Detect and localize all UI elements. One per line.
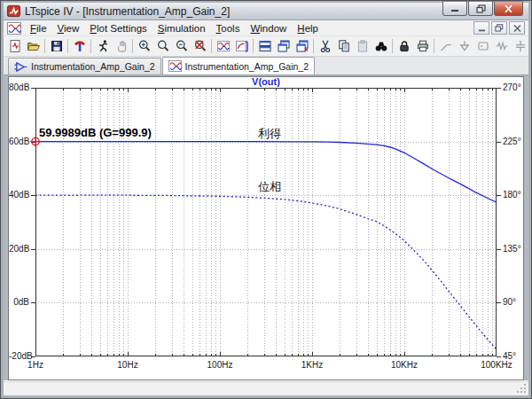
mdi-close-button[interactable] <box>509 21 525 35</box>
toolbar-separator <box>132 39 133 53</box>
tab-label: Instrumentation_Amp_Gain_2 <box>185 61 309 72</box>
lock-button[interactable] <box>395 37 413 55</box>
menu-help[interactable]: Help <box>292 22 324 35</box>
find-icon <box>374 39 388 53</box>
menu-view[interactable]: View <box>52 22 85 35</box>
zoom-full-extents-button[interactable] <box>191 37 209 55</box>
capacitor-icon <box>513 39 528 53</box>
x-tick-label: 10KHz <box>378 360 431 370</box>
menubar: File View Plot Settings Simulation Tools… <box>4 20 528 36</box>
save-icon <box>50 39 64 53</box>
x-tick-label: 100KHz <box>470 360 523 370</box>
print-icon <box>416 39 430 53</box>
waveform-icon <box>168 60 182 72</box>
toolbar-separator <box>313 39 314 53</box>
capacitor-tool-button[interactable] <box>511 37 528 55</box>
mdi-buttons <box>472 21 525 35</box>
toolbar <box>4 36 528 57</box>
zoom-out-icon <box>175 39 189 53</box>
zoom-area-button[interactable] <box>153 37 172 55</box>
cut-button[interactable] <box>316 37 334 55</box>
menu-window[interactable]: Window <box>245 22 292 35</box>
control-panel-button[interactable] <box>70 37 89 55</box>
cascade-windows-button[interactable] <box>293 37 311 55</box>
wire-icon <box>439 39 453 53</box>
series-label-gain: 利得 <box>258 126 281 142</box>
plot-frame: 80dB60dB40dB20dB0dB-20dB270°225°180°135°… <box>4 75 528 380</box>
trace-phase <box>35 195 497 349</box>
tile-horizontal-button[interactable] <box>255 37 274 55</box>
control-panel-hammer-icon <box>73 39 87 53</box>
chart-canvas[interactable] <box>9 77 523 379</box>
y-left-tick-label: 60dB <box>9 137 29 146</box>
close-icon <box>504 4 513 13</box>
halt-button[interactable] <box>112 37 130 55</box>
series-label-phase: 位相 <box>258 179 281 195</box>
tile-vertical-icon <box>277 39 291 53</box>
plot-settings-button[interactable] <box>232 37 251 55</box>
y-left-tick-label: 0dB <box>9 297 29 307</box>
y-right-tick-label: 180° <box>503 190 521 200</box>
statusbar <box>4 380 528 395</box>
mdi-restore-button[interactable] <box>491 21 507 35</box>
copy-button[interactable] <box>334 37 353 55</box>
minimize-icon <box>450 4 459 12</box>
mdi-restore-icon <box>495 24 504 32</box>
zoom-out-button[interactable] <box>172 37 191 55</box>
tab-schematic[interactable]: Instrumentation_Amp_Gain_2 <box>8 58 161 74</box>
menu-plot-settings[interactable]: Plot Settings <box>84 22 153 35</box>
y-left-tick-label: 80dB <box>9 82 29 92</box>
toolbar-separator <box>392 39 393 53</box>
waveform-window-icon <box>7 22 21 35</box>
tile-vertical-button[interactable] <box>274 37 293 55</box>
y-right-tick-label: 90° <box>503 297 516 307</box>
y-right-tick-label: 135° <box>503 244 521 254</box>
open-button[interactable] <box>24 37 43 55</box>
save-button[interactable] <box>47 37 66 55</box>
copy-icon <box>337 39 351 53</box>
resize-grip[interactable] <box>516 383 527 394</box>
lock-icon <box>397 39 411 53</box>
tile-horizontal-icon <box>258 39 272 53</box>
autorange-button[interactable] <box>214 37 232 55</box>
menu-file[interactable]: File <box>25 22 52 35</box>
waveform-plot[interactable]: 80dB60dB40dB20dB0dB-20dB270°225°180°135°… <box>8 76 524 380</box>
plot-title-vout: V(out) <box>231 76 301 87</box>
halt-icon <box>114 39 129 53</box>
menu-tools[interactable]: Tools <box>211 22 246 35</box>
tabbar: Instrumentation_Amp_Gain_2 Instrumentati… <box>4 57 528 75</box>
close-button[interactable] <box>494 1 523 16</box>
toolbar-separator <box>211 39 212 53</box>
cascade-windows-icon <box>295 39 309 53</box>
window-title: LTspice IV - [Instrumentation_Amp_Gain_2… <box>25 5 230 18</box>
mdi-minimize-button[interactable] <box>473 21 489 35</box>
zoom-in-icon <box>137 39 152 53</box>
ground-tool-button[interactable] <box>455 37 473 55</box>
zoom-full-extents-icon <box>193 39 207 53</box>
run-icon <box>96 39 110 53</box>
net-label-tool-button[interactable] <box>473 37 492 55</box>
ltspice-window: LTspice IV - [Instrumentation_Amp_Gain_2… <box>0 0 532 399</box>
titlebar: LTspice IV - [Instrumentation_Amp_Gain_2… <box>4 3 528 20</box>
paste-button[interactable] <box>353 37 372 55</box>
toolbar-separator <box>253 39 254 53</box>
resistor-tool-button[interactable] <box>492 37 511 55</box>
zoom-in-button[interactable] <box>135 37 153 55</box>
y-right-tick-label: 225° <box>503 137 521 146</box>
autorange-icon <box>216 39 231 53</box>
restore-button[interactable] <box>468 1 493 16</box>
plot-settings-icon <box>235 39 249 53</box>
print-button[interactable] <box>413 37 432 55</box>
toolbar-separator <box>434 39 434 53</box>
tab-waveform-active[interactable]: Instrumentation_Amp_Gain_2 <box>162 57 316 74</box>
find-button[interactable] <box>372 37 390 55</box>
new-schematic-icon <box>8 39 22 53</box>
y-right-tick-label: 270° <box>503 82 521 92</box>
minimize-button[interactable] <box>442 1 467 16</box>
new-schematic-button[interactable] <box>5 37 24 55</box>
paste-icon <box>356 39 370 53</box>
run-button[interactable] <box>93 37 112 55</box>
menu-simulation[interactable]: Simulation <box>153 22 211 35</box>
wire-tool-button[interactable] <box>436 37 455 55</box>
tab-label: Instrumentation_Amp_Gain_2 <box>31 61 155 72</box>
